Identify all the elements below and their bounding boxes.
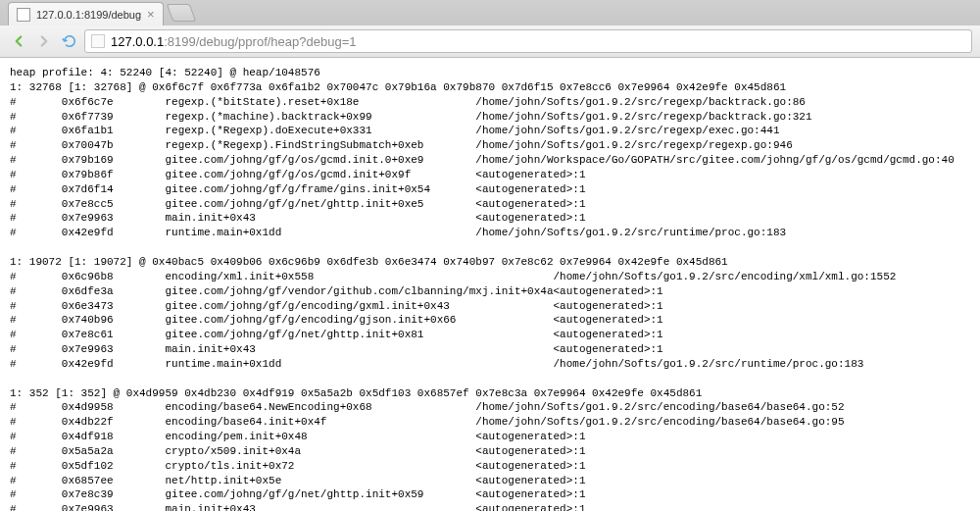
site-icon [91, 34, 105, 48]
page-content: heap profile: 4: 52240 [4: 52240] @ heap… [0, 58, 980, 511]
browser-chrome: 127.0.0.1:8199/debug × 127.0.0.1:8199/de… [0, 0, 980, 58]
new-tab-button[interactable] [166, 4, 196, 22]
reload-button[interactable] [59, 30, 80, 52]
reload-icon [61, 32, 78, 50]
toolbar: 127.0.0.1:8199/debug/pprof/heap?debug=1 [0, 26, 980, 57]
page-favicon [17, 8, 30, 22]
close-icon[interactable]: × [147, 8, 155, 21]
address-path: :8199/debug/pprof/heap?debug=1 [164, 34, 356, 49]
tab-bar: 127.0.0.1:8199/debug × [0, 0, 980, 26]
arrow-left-icon [10, 32, 27, 50]
browser-tab[interactable]: 127.0.0.1:8199/debug × [8, 2, 164, 26]
tab-title: 127.0.0.1:8199/debug [36, 9, 141, 21]
back-button[interactable] [8, 30, 29, 52]
arrow-right-icon [35, 32, 53, 50]
address-bar[interactable]: 127.0.0.1:8199/debug/pprof/heap?debug=1 [84, 29, 972, 53]
address-host: 127.0.0.1 [111, 34, 164, 49]
forward-button[interactable] [33, 30, 55, 52]
